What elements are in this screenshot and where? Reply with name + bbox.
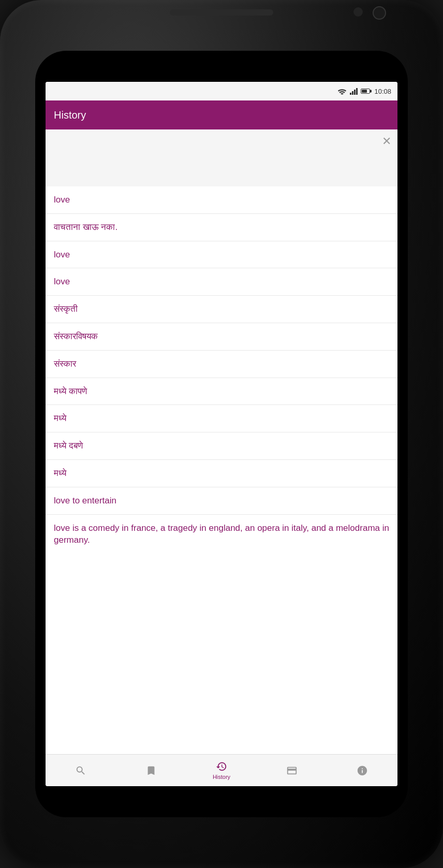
history-list-item[interactable]: love (46, 241, 397, 269)
nav-bookmarks[interactable] (116, 765, 186, 776)
history-list-item[interactable]: वाचताना खाऊ नका. (46, 214, 397, 241)
history-item-text: love (54, 195, 70, 205)
bookmark-nav-icon (145, 765, 157, 776)
history-item-text: मध्ये (54, 413, 66, 423)
history-list-item[interactable]: मध्ये (46, 405, 397, 432)
battery-icon (361, 89, 370, 94)
cards-nav-icon (286, 765, 298, 776)
search-nav-icon (75, 765, 86, 776)
phone-body: 10:08 History ✕ loveवाचताना खाऊ नका.love… (35, 51, 408, 817)
search-area: ✕ (46, 129, 397, 186)
app-bar-title: History (54, 109, 86, 121)
history-list-item[interactable]: संस्कारविषयक (46, 323, 397, 351)
front-camera (373, 6, 386, 20)
nav-history-label: History (213, 774, 230, 780)
app-bar: History (46, 100, 397, 129)
speaker-grille (170, 9, 273, 16)
status-icons: 10:08 (337, 88, 391, 95)
history-item-text: love to entertain (54, 496, 116, 505)
history-list-item[interactable]: love (46, 268, 397, 296)
phone-outer: 10:08 History ✕ loveवाचताना खाऊ नका.love… (0, 0, 443, 868)
history-item-text: मध्ये कापणे (54, 386, 87, 396)
history-item-text: love is a comedy in france, a tragedy in… (54, 523, 389, 545)
close-button[interactable]: ✕ (382, 136, 391, 147)
history-list-item[interactable]: मध्ये (46, 460, 397, 487)
history-item-text: मध्ये (54, 468, 66, 478)
history-item-text: मध्ये दबणे (54, 441, 83, 451)
nav-info[interactable] (327, 765, 397, 776)
screen: 10:08 History ✕ loveवाचताना खाऊ नका.love… (46, 82, 397, 786)
info-nav-icon (357, 765, 368, 776)
wifi-icon (337, 88, 347, 95)
history-list-item[interactable]: love is a comedy in france, a tragedy in… (46, 515, 397, 554)
history-list-item[interactable]: love to entertain (46, 487, 397, 515)
history-list-item[interactable]: मध्ये दबणे (46, 432, 397, 460)
history-item-text: संस्कारविषयक (54, 331, 98, 341)
bottom-nav: History (46, 754, 397, 786)
history-nav-icon (216, 761, 227, 772)
history-list-item[interactable]: संस्कार (46, 351, 397, 378)
history-item-text: love (54, 277, 70, 286)
history-list: loveवाचताना खाऊ नका.loveloveसंस्कृतीसंस्… (46, 186, 397, 754)
history-item-text: संस्कृती (54, 304, 78, 314)
status-bar: 10:08 (46, 82, 397, 100)
history-item-text: वाचताना खाऊ नका. (54, 222, 117, 232)
history-item-text: संस्कार (54, 359, 76, 369)
nav-cards[interactable] (257, 765, 327, 776)
status-time: 10:08 (374, 88, 391, 95)
nav-history[interactable]: History (186, 761, 257, 780)
nav-search[interactable] (46, 765, 116, 776)
history-item-text: love (54, 250, 70, 259)
history-list-item[interactable]: मध्ये कापणे (46, 378, 397, 406)
history-list-item[interactable]: love (46, 186, 397, 214)
signal-icon (350, 88, 358, 95)
history-list-item[interactable]: संस्कृती (46, 296, 397, 323)
front-sensor (353, 7, 363, 17)
